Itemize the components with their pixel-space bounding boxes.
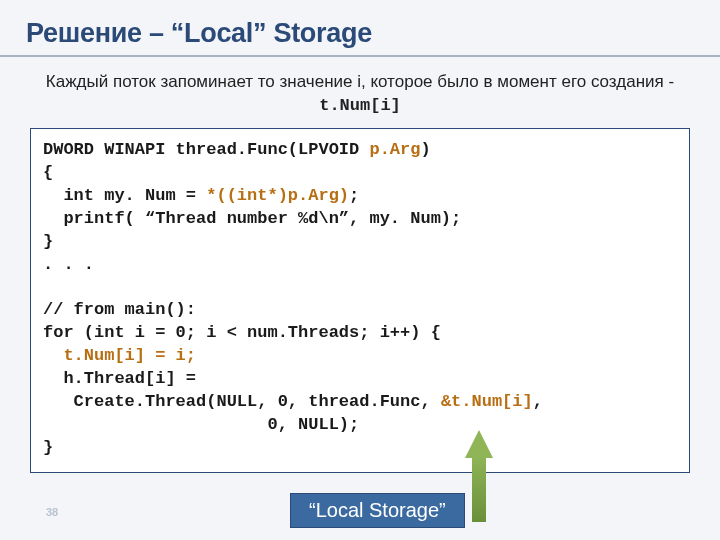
slide-subtitle: Каждый поток запоминает то значение i, к… bbox=[36, 71, 684, 118]
code-line: h.Thread[i] = bbox=[43, 369, 196, 388]
code-highlight: &t.Num[i] bbox=[441, 392, 533, 411]
code-line: ) bbox=[420, 140, 430, 159]
title-divider bbox=[0, 55, 720, 57]
subtitle-text: Каждый поток запоминает то значение i, к… bbox=[46, 72, 674, 91]
code-line: int my. Num = bbox=[43, 186, 206, 205]
code-line bbox=[43, 346, 63, 365]
code-line: 0, NULL); bbox=[43, 415, 359, 434]
code-line: for (int i = 0; i < num.Threads; i++) { bbox=[43, 323, 441, 342]
code-line: , bbox=[533, 392, 543, 411]
code-line: DWORD WINAPI thread.Func(LPVOID bbox=[43, 140, 369, 159]
code-line: } bbox=[43, 232, 53, 251]
slide-title: Решение – “Local” Storage bbox=[26, 18, 694, 49]
code-highlight: *((int*)p.Arg) bbox=[206, 186, 349, 205]
code-block: DWORD WINAPI thread.Func(LPVOID p.Arg) {… bbox=[30, 128, 690, 473]
code-line: { bbox=[43, 163, 53, 182]
code-highlight: p.Arg bbox=[369, 140, 420, 159]
callout-label: “Local Storage” bbox=[290, 493, 465, 528]
code-line: ; bbox=[349, 186, 359, 205]
code-line: Create.Thread(NULL, 0, thread.Func, bbox=[43, 392, 441, 411]
code-line: } bbox=[43, 438, 53, 457]
arrow-up-icon bbox=[465, 428, 493, 522]
code-line: // from main(): bbox=[43, 300, 196, 319]
code-line: printf( “Thread number %d\n”, my. Num); bbox=[43, 209, 461, 228]
code-highlight: t.Num[i] = i; bbox=[63, 346, 196, 365]
page-number: 38 bbox=[46, 506, 58, 518]
subtitle-code: t.Num[i] bbox=[319, 96, 401, 115]
code-line: . . . bbox=[43, 255, 94, 274]
